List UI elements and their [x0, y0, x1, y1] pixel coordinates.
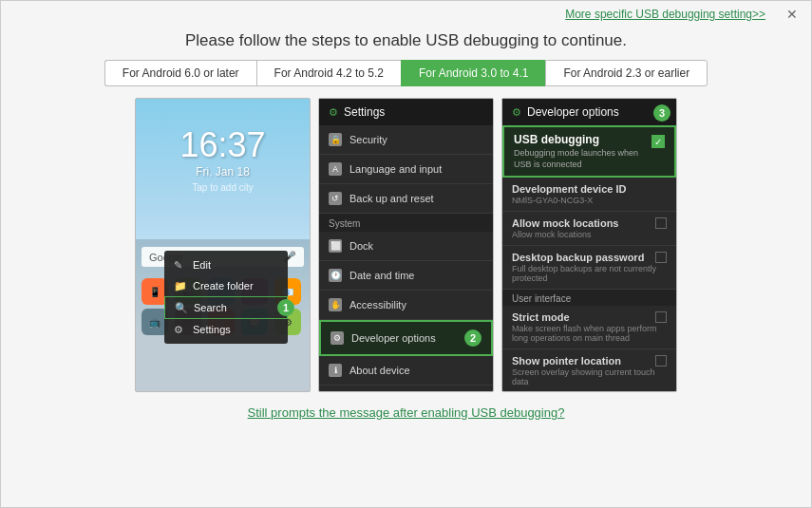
phone-screen-1: 16:37 Fri, Jan 18 Tap to add city Google…: [135, 98, 311, 392]
context-settings-label: Settings: [193, 324, 231, 335]
accessibility-label: Accessibility: [349, 299, 406, 310]
settings-security[interactable]: 🔒 Security: [319, 125, 493, 155]
top-bar: More specific USB debugging setting>> ✕: [1, 1, 811, 26]
folder-icon: 📁: [174, 280, 185, 292]
developer-options-screen: ⚙ Developer options 3 USB debugging Debu…: [501, 98, 677, 392]
main-heading: Please follow the steps to enable USB de…: [1, 31, 811, 50]
edit-icon: ✎: [174, 259, 185, 271]
datetime-label: Date and time: [349, 270, 414, 281]
developer-icon: ⚙: [330, 331, 344, 345]
backup-password-checkbox[interactable]: [655, 252, 667, 263]
pointer-location-sub: Screen overlay showing current touch dat…: [512, 367, 667, 386]
backup-password-sub: Full desktop backups are not currently p…: [512, 264, 667, 283]
phone-tap-text: Tap to add city: [136, 182, 310, 193]
context-edit[interactable]: ✎ Edit: [164, 254, 288, 275]
settings-accessibility[interactable]: ✋ Accessibility: [319, 291, 493, 320]
bottom-link-container: Still prompts the message after enabling…: [1, 405, 811, 420]
pointer-location-row: Show pointer location: [512, 355, 667, 367]
about-label: About device: [349, 365, 410, 376]
context-settings[interactable]: ⚙ Settings: [164, 319, 288, 340]
settings-header-title: Settings: [344, 105, 385, 119]
tab-android23[interactable]: For Android 2.3 or earlier: [545, 60, 708, 86]
dock-label: Dock: [349, 240, 373, 252]
pointer-location-title: Show pointer location: [512, 355, 621, 367]
dev-mock-locations[interactable]: Allow mock locations Allow mock location…: [502, 212, 676, 246]
step2-badge: 2: [464, 329, 482, 347]
dev-backup-password[interactable]: Desktop backup password Full desktop bac…: [502, 246, 676, 290]
backup-password-row: Desktop backup password: [512, 252, 667, 263]
security-icon: 🔒: [329, 133, 342, 146]
usb-debug-desc: Debugging mode launches when USB is conn…: [514, 148, 651, 170]
mock-locations-title: Allow mock locations: [512, 217, 618, 229]
dev-header: ⚙ Developer options 3: [502, 99, 676, 125]
usb-debugging-item[interactable]: USB debugging Debugging mode launches wh…: [502, 125, 676, 178]
developer-label: Developer options: [351, 332, 436, 344]
tab-android42[interactable]: For Android 4.2 to 5.2: [256, 60, 401, 86]
settings-gear-icon: ⚙: [329, 106, 338, 119]
strict-mode-title: Strict mode: [512, 311, 570, 323]
system-section-label: System: [319, 214, 493, 232]
phone-background: 16:37 Fri, Jan 18 Tap to add city Google…: [136, 99, 310, 391]
close-button[interactable]: ✕: [784, 7, 800, 22]
language-icon: A: [329, 162, 342, 176]
datetime-icon: 🕐: [329, 269, 342, 282]
context-search-label: Search: [194, 302, 227, 313]
settings-datetime[interactable]: 🕐 Date and time: [319, 261, 493, 291]
dev-header-icon: ⚙: [512, 106, 521, 119]
dev-pointer-location[interactable]: Show pointer location Screen overlay sho…: [502, 349, 676, 392]
usb-debug-checkbox[interactable]: ✓: [651, 135, 665, 148]
settings-about[interactable]: ℹ About device: [319, 356, 493, 386]
dev-header-title: Developer options: [527, 105, 619, 119]
dev-strict-mode[interactable]: Strict mode Make screen flash when apps …: [502, 306, 676, 349]
security-label: Security: [349, 134, 387, 145]
mock-locations-checkbox[interactable]: [655, 217, 667, 229]
settings-dock[interactable]: ⬜ Dock: [319, 232, 493, 261]
phone-time: 16:37: [136, 99, 310, 165]
context-search[interactable]: 🔍 Search 1: [164, 296, 288, 319]
strict-mode-sub: Make screen flash when apps perform long…: [512, 324, 667, 343]
ui-section-label: User interface: [502, 290, 676, 306]
tab-bar: For Android 6.0 or later For Android 4.2…: [65, 60, 748, 86]
device-id-value: NMlS-GYA0-NCG3-X: [512, 196, 667, 205]
step3-badge: 3: [653, 104, 670, 122]
settings-backup[interactable]: ↺ Back up and reset: [319, 184, 493, 214]
screenshots-container: 16:37 Fri, Jan 18 Tap to add city Google…: [1, 98, 811, 392]
strict-mode-row: Strict mode: [512, 311, 667, 323]
backup-label: Back up and reset: [349, 193, 434, 204]
tab-android30[interactable]: For Android 3.0 to 4.1: [401, 60, 545, 86]
search-icon: 🔍: [175, 302, 186, 313]
dock-icon: ⬜: [329, 239, 342, 253]
still-prompts-link[interactable]: Still prompts the message after enabling…: [248, 405, 565, 420]
language-label: Language and input: [349, 163, 442, 175]
context-create-folder[interactable]: 📁 Create folder: [164, 275, 288, 296]
backup-icon: ↺: [329, 192, 342, 205]
accessibility-icon: ✋: [329, 298, 342, 311]
context-folder-label: Create folder: [193, 280, 254, 292]
strict-mode-checkbox[interactable]: [655, 311, 667, 323]
usb-debug-title: USB debugging: [514, 133, 651, 146]
settings-developer[interactable]: ⚙ Developer options 2: [319, 320, 493, 356]
mock-locations-row: Allow mock locations: [512, 217, 667, 229]
device-id-title: Development device ID: [512, 183, 667, 195]
settings-header: ⚙ Settings: [319, 99, 493, 125]
mock-locations-sub: Allow mock locations: [512, 230, 667, 239]
tab-android6[interactable]: For Android 6.0 or later: [104, 60, 256, 86]
usb-debugging-content: USB debugging Debugging mode launches wh…: [514, 133, 651, 170]
about-icon: ℹ: [329, 364, 342, 377]
settings-screen: ⚙ Settings 🔒 Security A Language and inp…: [318, 98, 494, 392]
backup-password-title: Desktop backup password: [512, 252, 644, 263]
settings-icon: ⚙: [174, 324, 185, 335]
phone-date: Fri, Jan 18: [136, 165, 310, 179]
context-menu: ✎ Edit 📁 Create folder 🔍 Search 1 ⚙ Sett…: [164, 251, 288, 344]
dev-device-id: Development device ID NMlS-GYA0-NCG3-X: [502, 178, 676, 212]
settings-language[interactable]: A Language and input: [319, 155, 493, 184]
step1-badge: 1: [277, 299, 294, 316]
usb-debug-link[interactable]: More specific USB debugging setting>>: [565, 8, 765, 21]
pointer-location-checkbox[interactable]: [655, 355, 667, 367]
context-edit-label: Edit: [193, 259, 211, 271]
